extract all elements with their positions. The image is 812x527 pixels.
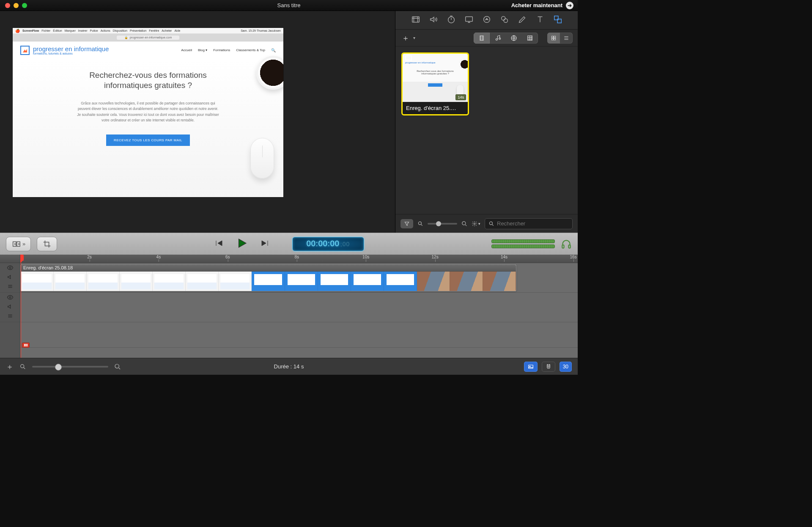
svg-point-17 <box>418 222 421 225</box>
timeline-zoom-slider[interactable] <box>32 366 108 368</box>
menu-icon[interactable] <box>6 283 14 290</box>
svg-rect-0 <box>412 16 419 22</box>
fps-value: 30 <box>563 364 568 370</box>
screen-icon[interactable] <box>464 15 474 26</box>
search-field[interactable] <box>485 218 573 229</box>
next-button[interactable] <box>260 238 270 250</box>
text-icon[interactable] <box>535 15 545 26</box>
svg-point-5 <box>504 19 508 22</box>
preview-menu-item: Police <box>90 29 98 32</box>
track-row-1[interactable]: Enreg. d'écran 25.08.18 <box>20 263 578 293</box>
video-properties-icon[interactable] <box>411 15 420 26</box>
clip-nav-button[interactable]: » <box>6 237 31 251</box>
track-row-2[interactable] <box>20 293 578 322</box>
level-meter <box>491 239 555 249</box>
buy-now-button[interactable]: Acheter maintenant ➜ <box>511 2 573 9</box>
clip-frame <box>186 272 219 291</box>
clip-frame <box>153 272 186 291</box>
svg-rect-8 <box>480 36 483 40</box>
clip-frame <box>285 272 318 291</box>
preview-cta-button: RECEVEZ TOUS LES COURS PAR MAIL <box>106 134 190 146</box>
grid-view-icon[interactable] <box>547 33 560 44</box>
snap-toggle[interactable] <box>542 362 555 372</box>
media-duration-badge: 14s <box>455 94 466 100</box>
status-bar: ＋ Durée : 14 s 30 <box>0 358 578 375</box>
headphones-icon[interactable] <box>561 239 572 250</box>
menu-icon[interactable] <box>6 313 14 319</box>
thumbnails-toggle[interactable] <box>524 362 538 372</box>
svg-point-27 <box>21 364 24 368</box>
preview-hero: Recherchez-vous des formations informati… <box>13 59 283 197</box>
preview-menu-item: Insérer <box>78 29 88 32</box>
media-view-toggle <box>547 33 573 44</box>
preview-app-name: ScreenFlow <box>22 29 39 32</box>
ruler-tick: 2s <box>87 255 92 259</box>
play-button[interactable] <box>236 237 248 251</box>
thumbnail-zoom-slider[interactable] <box>428 223 457 225</box>
track-row-3[interactable] <box>20 322 578 348</box>
search-icon <box>417 221 423 227</box>
media-tab-music[interactable] <box>490 33 506 44</box>
clip-frame <box>54 272 87 291</box>
preview-menu-item: Aide <box>174 29 180 32</box>
settings-button[interactable]: ▾ <box>472 221 480 227</box>
annotations-icon[interactable] <box>518 15 527 26</box>
multiframe-icon[interactable] <box>553 15 562 26</box>
eye-icon[interactable] <box>7 294 14 301</box>
track-header-video[interactable] <box>0 263 20 293</box>
audio-meters <box>491 239 572 250</box>
prev-button[interactable] <box>214 238 224 250</box>
speaker-icon[interactable] <box>7 303 14 310</box>
callout-icon[interactable] <box>482 15 491 26</box>
search-input[interactable] <box>497 220 569 227</box>
timeline-clip[interactable]: Enreg. d'écran 25.08.18 <box>20 264 516 291</box>
media-library[interactable]: progresser en informatique Recherchez-vo… <box>395 47 578 214</box>
clip-frame <box>417 272 450 291</box>
ruler-tick: 12s <box>432 255 439 259</box>
search-icon <box>461 221 467 227</box>
touch-icon[interactable] <box>500 15 509 26</box>
playback-bar: » 00:00:00 ;00 <box>0 233 578 255</box>
crop-button[interactable] <box>37 237 57 251</box>
media-tab-grid[interactable] <box>522 33 538 44</box>
preview-headline-2: informatiques gratuites ? <box>104 81 192 90</box>
timecode-frames: ;00 <box>340 241 350 247</box>
add-media-button[interactable]: ＋ <box>401 33 411 43</box>
playhead[interactable] <box>21 255 21 358</box>
preview-site-header: progresser en informatique formations, t… <box>13 41 283 59</box>
filter-button[interactable] <box>401 219 413 228</box>
add-track-button[interactable]: ＋ <box>6 362 14 372</box>
canvas-area[interactable]: 🍎 ScreenFlow FichierÉditionMarquerInsére… <box>0 11 395 233</box>
timeline-tracks-area[interactable]: 2s4s6s8s10s12s14s16s Enreg. d'écran 25.0… <box>20 255 578 358</box>
timer-icon[interactable] <box>447 15 456 26</box>
media-tab-local[interactable] <box>474 33 490 44</box>
video-preview: 🍎 ScreenFlow FichierÉditionMarquerInsére… <box>13 28 283 197</box>
media-item-label: Enreg. d'écran 25.… <box>403 102 468 114</box>
search-icon <box>488 221 494 227</box>
preview-logo-title: progresser en informatique <box>33 46 109 52</box>
preview-url: progresser-en-informatique.com <box>130 36 172 39</box>
timecode-display[interactable]: 00:00:00 ;00 <box>292 237 364 251</box>
preview-nav-item: Blog ▾ <box>198 48 207 52</box>
clip-thumbnails <box>21 272 516 291</box>
clip-frame <box>450 272 483 291</box>
svg-rect-2 <box>465 16 472 21</box>
thumb-mini-text: Recherchez-vous des formationsinformatiq… <box>403 70 468 75</box>
media-item[interactable]: progresser en informatique Recherchez-vo… <box>401 52 469 115</box>
preview-nav-item: Classements & Top <box>236 48 265 52</box>
audio-properties-icon[interactable] <box>429 15 438 26</box>
eye-icon[interactable] <box>7 264 14 271</box>
chevron-down-icon[interactable]: ▾ <box>413 36 415 40</box>
fps-chip[interactable]: 30 <box>560 362 572 372</box>
list-view-icon[interactable] <box>560 33 573 44</box>
ruler-tick: 14s <box>501 255 508 259</box>
coffee-cup-image <box>256 56 283 90</box>
speaker-icon[interactable] <box>7 274 14 280</box>
time-ruler[interactable]: 2s4s6s8s10s12s14s16s <box>20 255 578 263</box>
media-tab-globe[interactable] <box>506 33 522 44</box>
track-header-audio[interactable] <box>0 293 20 322</box>
preview-logo-icon <box>20 46 30 55</box>
inspector-tabs <box>395 11 578 30</box>
svg-rect-13 <box>551 36 553 38</box>
end-marker[interactable] <box>22 343 30 348</box>
